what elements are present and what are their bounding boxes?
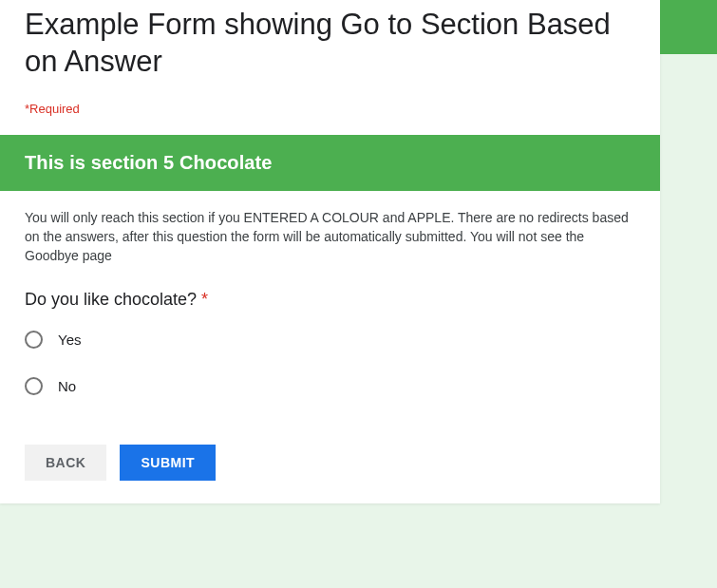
radio-option-no[interactable]: No	[25, 377, 635, 395]
form-card: Example Form showing Go to Section Based…	[0, 0, 660, 503]
submit-button[interactable]: SUBMIT	[120, 445, 216, 481]
radio-icon	[25, 331, 43, 349]
radio-icon	[25, 377, 43, 395]
question-block: Do you like chocolate? * Yes No	[25, 290, 635, 395]
back-button[interactable]: BACK	[25, 445, 106, 481]
top-green-strip	[660, 0, 717, 54]
required-asterisk: *	[201, 290, 208, 309]
section-header-bar: This is section 5 Chocolate	[0, 135, 660, 191]
section-title: This is section 5 Chocolate	[25, 152, 635, 174]
radio-option-yes[interactable]: Yes	[25, 331, 635, 349]
options-group: Yes No	[25, 331, 635, 395]
question-text: Do you like chocolate?	[25, 290, 201, 309]
form-title: Example Form showing Go to Section Based…	[25, 7, 635, 81]
form-actions: BACK SUBMIT	[0, 424, 660, 481]
required-note: *Required	[25, 102, 635, 116]
option-label: No	[58, 378, 76, 394]
option-label: Yes	[58, 332, 81, 348]
section-body: You will only reach this section if you …	[0, 191, 660, 396]
question-label: Do you like chocolate? *	[25, 290, 635, 310]
section-description: You will only reach this section if you …	[25, 208, 635, 266]
form-header: Example Form showing Go to Section Based…	[0, 0, 660, 135]
